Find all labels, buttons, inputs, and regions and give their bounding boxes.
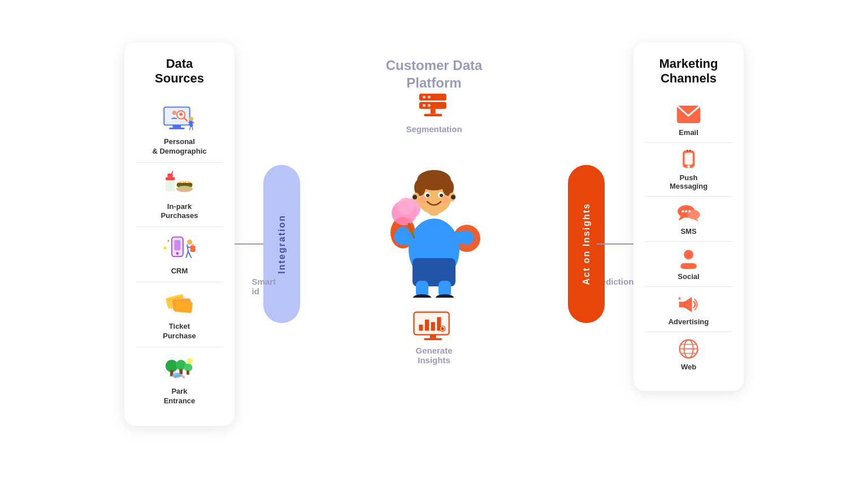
svg-point-62 [397,198,414,215]
channel-web: Web [645,332,732,377]
ticket-icon [160,288,199,319]
svg-point-47 [428,95,431,98]
svg-rect-25 [174,240,180,250]
push-label: PushMessaging [670,173,708,190]
svg-point-40 [184,363,193,372]
svg-text:★: ★ [163,245,167,251]
svg-point-58 [413,294,431,298]
svg-rect-50 [431,109,436,114]
center-area: Customer DataPlatform Segmentation [287,0,581,488]
svg-point-72 [440,194,443,197]
svg-line-12 [192,127,193,130]
svg-point-43 [186,358,193,364]
ticket-label: TicketPurchase [163,322,196,341]
park-icon [160,353,199,384]
svg-point-74 [442,197,449,203]
data-source-inpark: In-parkPurchases [136,163,223,228]
svg-point-22 [184,181,185,182]
web-label: Web [681,363,696,371]
svg-point-49 [428,104,431,107]
svg-point-42 [172,372,182,377]
svg-point-78 [451,195,455,199]
personal-icon [160,103,199,134]
svg-marker-97 [693,219,698,222]
svg-point-7 [189,117,193,121]
svg-point-27 [187,239,192,245]
svg-rect-41 [186,371,189,374]
svg-point-76 [413,195,417,199]
data-source-ticket: TicketPurchase [136,282,223,347]
data-source-personal: Personal& Demographic [136,98,223,163]
left-panel-title: DataSources [155,56,204,86]
svg-rect-2 [169,128,184,129]
svg-rect-35 [174,300,193,313]
channel-push: PushMessaging [645,143,732,197]
svg-rect-90 [684,152,692,164]
main-container: DataSources [0,0,868,488]
integration-label: Integration [277,215,287,274]
segmentation-box: Segmentation [406,90,462,134]
web-icon [676,338,701,360]
svg-point-98 [682,210,684,212]
svg-rect-102 [680,263,697,269]
svg-rect-28 [190,246,196,252]
channel-advertising: ★ Advertising [645,287,732,332]
svg-point-59 [436,294,454,298]
svg-point-99 [685,210,687,212]
svg-rect-80 [419,325,423,331]
svg-point-46 [423,95,426,98]
svg-rect-15 [168,173,173,177]
svg-rect-8 [190,121,193,127]
svg-point-26 [176,252,179,255]
push-icon [676,149,701,171]
connector-right [597,243,633,245]
svg-point-5 [172,111,176,115]
svg-point-92 [686,150,688,151]
svg-text:★: ★ [678,295,682,301]
segmentation-icon [414,90,454,121]
email-label: Email [679,128,698,137]
right-panel: MarketingChannels Email [633,42,744,391]
park-label: ParkEntrance [164,387,196,406]
svg-rect-81 [425,320,429,331]
svg-text:✦: ✦ [167,238,170,243]
personal-label: Personal& Demographic [152,137,206,156]
sms-icon [676,202,701,225]
advertising-icon: ★ [676,293,701,315]
svg-rect-103 [684,302,685,307]
channel-sms: SMS [645,197,732,242]
social-icon [676,247,701,270]
smartid-label: Smart id [251,277,276,296]
segmentation-label: Segmentation [406,124,462,134]
right-panel-title: MarketingChannels [659,56,718,86]
svg-point-93 [689,150,691,151]
svg-rect-1 [173,125,181,128]
insights-label: GenerateInsights [415,346,452,365]
center-person-area: Segmentation [349,90,519,365]
svg-point-21 [181,181,183,183]
svg-point-48 [423,104,426,107]
crm-icon: ★ ✦ [160,233,199,264]
svg-point-20 [176,186,193,192]
svg-line-11 [190,127,190,130]
svg-point-6 [180,113,183,116]
svg-rect-51 [424,114,442,116]
email-icon [676,103,701,126]
svg-point-73 [419,197,426,203]
data-source-park: ParkEntrance [136,347,223,412]
svg-rect-86 [430,335,436,338]
social-label: Social [678,272,699,281]
svg-point-101 [684,250,693,259]
person-illustration [377,145,491,298]
svg-point-100 [688,210,691,212]
insights-box: GenerateInsights [411,309,457,365]
channel-social: Social [645,242,732,287]
svg-point-23 [186,181,188,183]
left-panel: DataSources [124,42,235,426]
svg-point-91 [687,165,690,168]
sms-label: SMS [680,227,696,236]
inpark-label: In-parkPurchases [161,202,198,221]
data-source-crm: ★ ✦ CRM [136,227,223,282]
channel-email: Email [645,98,732,143]
svg-point-71 [426,194,429,197]
